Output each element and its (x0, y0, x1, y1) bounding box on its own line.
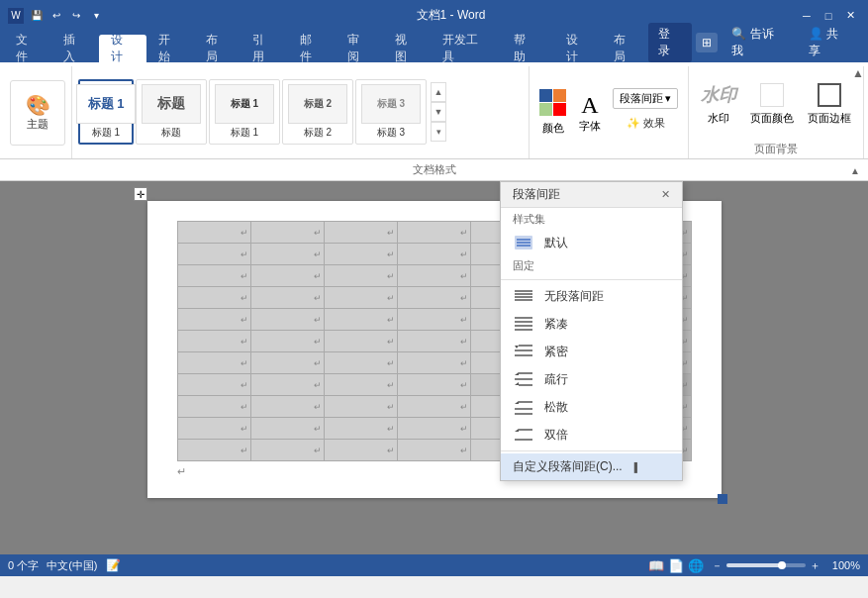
table-cell[interactable]: ↵ (250, 374, 324, 396)
table-cell[interactable]: ↵ (324, 396, 397, 418)
style-item-3[interactable]: 标题 2 标题 2 (282, 79, 353, 145)
colors-button[interactable]: 颜色 (535, 80, 571, 146)
tab-file[interactable]: 文件 (4, 35, 51, 62)
table-cell[interactable]: ↵ (177, 222, 250, 244)
style-item-2[interactable]: 标题 1 标题 1 (209, 79, 280, 145)
table-cell[interactable]: ↵ (250, 287, 324, 309)
table-cell[interactable]: ↵ (324, 352, 397, 374)
table-cell[interactable]: ↵ (397, 331, 470, 352)
theme-button[interactable]: 🎨 主题 (10, 80, 65, 146)
proofing-icon[interactable]: 📝 (106, 558, 121, 572)
collapse-ribbon-btn[interactable]: ▲ (852, 66, 864, 80)
table-cell[interactable]: ↵ (250, 331, 324, 352)
dropdown-item-custom[interactable]: 自定义段落间距(C)... ▌ (501, 453, 682, 480)
section-collapse-btn[interactable]: ▲ (850, 164, 860, 175)
redo-quick-btn[interactable]: ↪ (67, 7, 85, 25)
table-resize-handle[interactable] (718, 494, 727, 504)
print-view-btn[interactable]: 📄 (668, 558, 684, 573)
table-cell[interactable]: ↵ (250, 244, 324, 265)
web-view-btn[interactable]: 🌐 (688, 558, 704, 573)
table-cell[interactable]: ↵ (397, 244, 470, 265)
table-cell[interactable]: ↵ (177, 287, 250, 309)
table-cell[interactable]: ↵ (397, 352, 470, 374)
table-cell[interactable]: ↵ (250, 222, 324, 244)
table-cell[interactable]: ↵ (324, 222, 397, 244)
watermark-button[interactable]: 水印 水印 (695, 71, 742, 137)
table-cell[interactable]: ↵ (177, 374, 250, 396)
table-cell[interactable]: ↵ (324, 418, 397, 440)
tab-insert[interactable]: 插入 (51, 35, 99, 62)
table-cell[interactable]: ↵ (324, 440, 397, 461)
style-item-1[interactable]: 标题 标题 (136, 79, 207, 145)
undo-quick-btn[interactable]: ↩ (48, 7, 65, 25)
zoom-in-btn[interactable]: ＋ (810, 558, 820, 573)
table-cell[interactable]: ↵ (177, 331, 250, 352)
tab-developer[interactable]: 开发工具 (431, 35, 502, 62)
font-button[interactable]: A 字体 (571, 80, 609, 146)
table-move-handle[interactable]: ✛ (134, 187, 147, 201)
customize-quick-btn[interactable]: ▾ (87, 7, 105, 25)
dropdown-item-default[interactable]: 默认 (501, 229, 682, 256)
tab-table-design[interactable]: 设计 (554, 35, 602, 62)
tab-table-layout[interactable]: 布局 (602, 35, 649, 62)
table-cell[interactable]: ↵ (397, 440, 470, 461)
share-button[interactable]: 👤 共享 (799, 23, 860, 62)
table-cell[interactable]: ↵ (324, 374, 397, 396)
table-cell[interactable]: ↵ (177, 396, 250, 418)
table-cell[interactable]: ↵ (177, 440, 250, 461)
style-item-4[interactable]: 标题 3 标题 3 (355, 79, 427, 145)
table-cell[interactable]: ↵ (177, 352, 250, 374)
tab-help[interactable]: 帮助 (502, 35, 549, 62)
table-cell[interactable]: ↵ (177, 418, 250, 440)
ribbon-icon-1[interactable]: ⊞ (696, 33, 718, 52)
table-cell[interactable]: ↵ (324, 244, 397, 265)
gallery-scroll-up[interactable]: ▲ (431, 82, 446, 102)
effects-button[interactable]: ✨ 效果 (623, 113, 669, 133)
table-cell[interactable]: ↵ (177, 265, 250, 287)
table-cell[interactable]: ↵ (250, 352, 324, 374)
login-button[interactable]: 登录 (648, 23, 692, 62)
dropdown-item-no-spacing[interactable]: 无段落间距 (501, 282, 682, 310)
save-quick-btn[interactable]: 💾 (28, 7, 46, 25)
table-cell[interactable]: ↵ (250, 440, 324, 461)
tab-references[interactable]: 引用 (241, 35, 288, 62)
dropdown-close-icon[interactable]: ✕ (661, 188, 670, 201)
zoom-out-btn[interactable]: － (712, 558, 723, 573)
page-color-button[interactable]: 页面颜色 (746, 71, 798, 137)
table-cell[interactable]: ↵ (397, 396, 470, 418)
table-cell[interactable]: ↵ (397, 309, 470, 331)
language-indicator[interactable]: 中文(中国) (47, 558, 97, 573)
gallery-scroll-more[interactable]: ▾ (431, 122, 446, 142)
dropdown-item-compact[interactable]: 紧凑 (501, 310, 682, 338)
dropdown-item-relaxed[interactable]: 松散 (501, 393, 682, 421)
table-cell[interactable]: ↵ (324, 331, 397, 352)
paragraph-spacing-button[interactable]: 段落间距 ▾ (613, 88, 678, 109)
style-item-main[interactable]: 标题 1 标题 1 (78, 79, 134, 145)
table-cell[interactable]: ↵ (397, 287, 470, 309)
zoom-slider[interactable] (726, 563, 806, 567)
table-cell[interactable]: ↵ (397, 418, 470, 440)
table-cell[interactable]: ↵ (397, 265, 470, 287)
table-cell[interactable]: ↵ (324, 309, 397, 331)
table-cell[interactable]: ↵ (250, 309, 324, 331)
table-cell[interactable]: ↵ (250, 396, 324, 418)
dropdown-item-tight[interactable]: 紧密 (501, 338, 682, 365)
table-cell[interactable]: ↵ (177, 244, 250, 265)
tab-design[interactable]: 设计 (99, 35, 146, 62)
table-cell[interactable]: ↵ (324, 265, 397, 287)
table-cell[interactable]: ↵ (324, 287, 397, 309)
table-cell[interactable]: ↵ (397, 222, 470, 244)
tab-home[interactable]: 开始 (146, 35, 194, 62)
tell-me-btn[interactable]: 🔍 告诉我 (722, 23, 795, 62)
dropdown-item-open[interactable]: 疏行 (501, 365, 682, 393)
table-cell[interactable]: ↵ (250, 418, 324, 440)
page-border-button[interactable]: 页面边框 (802, 71, 857, 137)
tab-view[interactable]: 视图 (383, 35, 431, 62)
read-view-btn[interactable]: 📖 (648, 558, 664, 573)
tab-mailings[interactable]: 邮件 (288, 35, 336, 62)
tab-review[interactable]: 审阅 (336, 35, 383, 62)
table-cell[interactable]: ↵ (177, 309, 250, 331)
zoom-level[interactable]: 100% (824, 559, 860, 571)
table-cell[interactable]: ↵ (397, 374, 470, 396)
table-cell[interactable]: ↵ (250, 265, 324, 287)
